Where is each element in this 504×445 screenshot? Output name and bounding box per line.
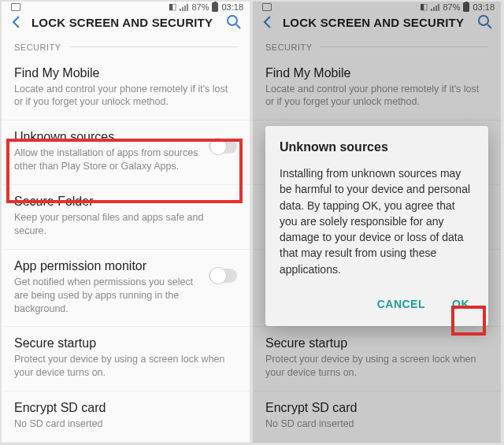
- ok-button[interactable]: OK: [449, 293, 472, 315]
- item-sub: Protect your device by using a screen lo…: [14, 353, 237, 380]
- item-title: Find My Mobile: [14, 66, 237, 80]
- item-secure-folder[interactable]: Secure Folder Keep your personal files a…: [2, 185, 250, 250]
- item-secure-startup[interactable]: Secure startup Protect your device by us…: [2, 327, 250, 391]
- item-sub: Get notified when permissions you select…: [14, 276, 201, 316]
- toggle-app-permission[interactable]: [209, 269, 237, 283]
- gallery-icon: [11, 3, 20, 11]
- back-button[interactable]: [9, 15, 24, 29]
- dialog-buttons: CANCEL OK: [280, 290, 474, 318]
- item-find-my-mobile[interactable]: Find My Mobile Locate and control your p…: [2, 57, 250, 121]
- battery-icon: [212, 2, 218, 12]
- item-encrypt-sd[interactable]: Encrypt SD card No SD card inserted: [2, 391, 250, 443]
- phone-right: ◧ 87% 03:18 LOCK SCREEN AND SECURITY SEC…: [253, 2, 501, 443]
- cancel-button[interactable]: CANCEL: [374, 293, 428, 315]
- search-button[interactable]: [226, 14, 242, 30]
- status-time: 03:18: [221, 2, 243, 12]
- data-icon: ◧: [169, 2, 176, 12]
- phone-left: ◧ 87% 03:18 LOCK SCREEN AND SECURITY SEC…: [2, 2, 250, 443]
- status-bar: ◧ 87% 03:18: [2, 2, 250, 12]
- section-header: SECURITY: [2, 33, 250, 57]
- item-title: Encrypt SD card: [14, 401, 237, 415]
- item-unknown-sources[interactable]: Unknown sources Allow the installation o…: [2, 121, 250, 185]
- item-title: App permission monitor: [14, 259, 201, 273]
- dialog-title: Unknown sources: [280, 140, 474, 154]
- svg-point-0: [228, 16, 237, 25]
- app-bar: LOCK SCREEN AND SECURITY: [2, 12, 250, 32]
- item-app-permission-monitor[interactable]: App permission monitor Get notified when…: [2, 250, 250, 328]
- signal-icon: [180, 3, 188, 11]
- toggle-unknown-sources[interactable]: [209, 139, 237, 154]
- svg-line-1: [236, 24, 240, 28]
- item-title: Unknown sources: [14, 130, 201, 144]
- battery-pct: 87%: [191, 2, 209, 12]
- dialog-unknown-sources: Unknown sources Installing from unknown …: [265, 126, 488, 326]
- item-sub: Allow the installation of apps from sour…: [14, 146, 201, 173]
- section-label: SECURITY: [14, 43, 61, 52]
- item-sub: No SD card inserted: [14, 417, 237, 431]
- dialog-body: Installing from unknown sources may be h…: [280, 165, 474, 277]
- appbar-title: LOCK SCREEN AND SECURITY: [32, 16, 218, 29]
- section-divider: [69, 46, 237, 47]
- item-title: Secure Folder: [14, 195, 237, 209]
- item-title: Secure startup: [14, 336, 237, 350]
- item-sub: Keep your personal files and apps safe a…: [14, 211, 237, 238]
- item-sub: Locate and control your phone remotely i…: [14, 83, 237, 109]
